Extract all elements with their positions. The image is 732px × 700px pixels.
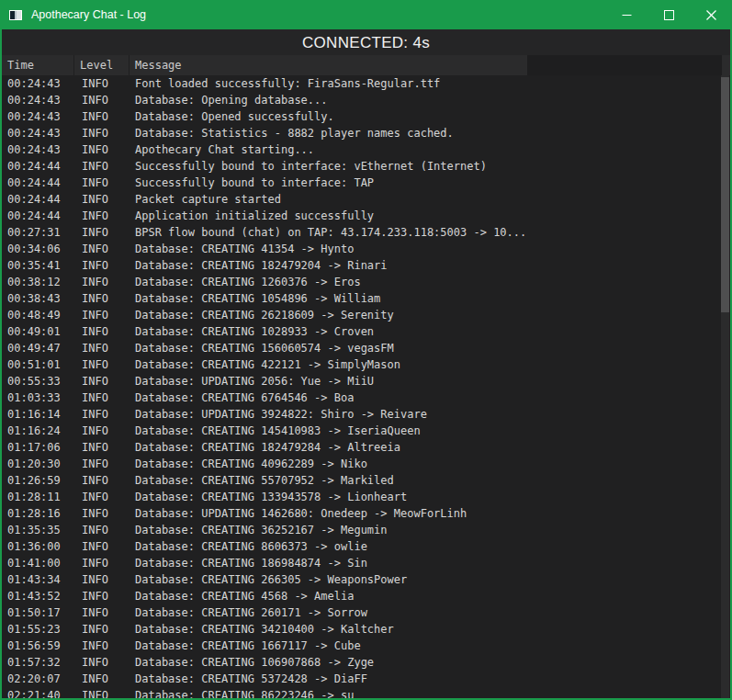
log-level: INFO [74, 472, 130, 489]
log-level: INFO [74, 621, 130, 638]
column-header-message[interactable]: Message [130, 55, 527, 75]
log-row[interactable]: 01:20:30 INFO Database: CREATING 4096228… [2, 456, 730, 472]
log-level: INFO [74, 687, 130, 698]
log-row[interactable]: 01:43:52 INFO Database: CREATING 4568 ->… [2, 588, 730, 604]
log-row[interactable]: 01:50:17 INFO Database: CREATING 260171 … [2, 604, 730, 621]
maximize-icon[interactable] [648, 0, 690, 29]
log-message: Database: Statistics - 8882 player names… [130, 125, 527, 141]
log-row[interactable]: 01:03:33 INFO Database: CREATING 6764546… [2, 390, 730, 406]
log-row[interactable]: 01:16:14 INFO Database: UPDATING 3924822… [2, 406, 730, 423]
log-row[interactable]: 00:55:33 INFO Database: UPDATING 2056: Y… [2, 373, 730, 390]
log-time: 00:24:43 [2, 92, 74, 108]
log-message: Database: CREATING 186984874 -> Sin [130, 555, 527, 571]
log-message: Successfully bound to interface: vEthern… [130, 158, 527, 175]
log-row[interactable]: 00:24:43 INFO Database: Opened successfu… [2, 108, 730, 125]
log-level: INFO [74, 257, 130, 274]
log-row[interactable]: 00:24:44 INFO Successfully bound to inte… [2, 158, 730, 175]
log-row[interactable]: 02:21:40 INFO Database: CREATING 8622324… [2, 687, 730, 698]
log-level: INFO [74, 224, 130, 241]
log-row[interactable]: 01:41:00 INFO Database: CREATING 1869848… [2, 555, 730, 571]
log-time: 00:38:12 [2, 274, 74, 290]
log-message: Database: CREATING 1260376 -> Eros [130, 274, 527, 290]
log-message: Database: CREATING 133943578 -> Lionhear… [130, 489, 527, 505]
log-message: Database: CREATING 106907868 -> Zyge [130, 654, 527, 671]
close-icon[interactable] [690, 0, 732, 29]
app-window: Apothecary Chat - Log CONNECTED: 4s Time… [0, 0, 732, 700]
log-level: INFO [74, 274, 130, 290]
log-row[interactable]: 00:51:01 INFO Database: CREATING 422121 … [2, 356, 730, 373]
log-row[interactable]: 00:24:43 INFO Database: Opening database… [2, 92, 730, 108]
log-level: INFO [74, 175, 130, 191]
column-header-level[interactable]: Level [74, 55, 130, 75]
column-header-time[interactable]: Time [2, 55, 74, 75]
log-level: INFO [74, 538, 130, 555]
log-time: 01:16:24 [2, 423, 74, 439]
log-message: Packet capture started [130, 191, 527, 208]
log-message: Database: CREATING 145410983 -> IseriaQu… [130, 423, 527, 439]
log-level: INFO [74, 92, 130, 108]
log-level: INFO [74, 373, 130, 390]
log-time: 01:56:59 [2, 638, 74, 654]
log-row[interactable]: 00:49:01 INFO Database: CREATING 1028933… [2, 323, 730, 340]
log-time: 01:50:17 [2, 604, 74, 621]
log-row[interactable]: 00:38:12 INFO Database: CREATING 1260376… [2, 274, 730, 290]
log-level: INFO [74, 208, 130, 224]
log-time: 00:27:31 [2, 224, 74, 241]
column-header-filler [527, 55, 722, 75]
log-row[interactable]: 01:16:24 INFO Database: CREATING 1454109… [2, 423, 730, 439]
log-time: 00:49:47 [2, 340, 74, 356]
vertical-scrollbar[interactable] [721, 75, 729, 698]
log-message: Database: UPDATING 3924822: Shiro -> Rei… [130, 406, 527, 423]
log-row[interactable]: 01:28:11 INFO Database: CREATING 1339435… [2, 489, 730, 505]
log-row[interactable]: 01:17:06 INFO Database: CREATING 1824792… [2, 439, 730, 456]
log-level: INFO [74, 588, 130, 604]
log-row[interactable]: 00:24:44 INFO Application initialized su… [2, 208, 730, 224]
log-row[interactable]: 00:24:43 INFO Apothecary Chat starting..… [2, 141, 730, 158]
log-level: INFO [74, 125, 130, 141]
titlebar[interactable]: Apothecary Chat - Log [0, 0, 732, 29]
log-time: 01:55:23 [2, 621, 74, 638]
log-level: INFO [74, 505, 130, 522]
log-row[interactable]: 00:48:49 INFO Database: CREATING 2621860… [2, 307, 730, 323]
log-message: Database: CREATING 34210400 -> Kaltcher [130, 621, 527, 638]
minimize-icon[interactable] [605, 0, 648, 29]
log-row[interactable]: 01:35:35 INFO Database: CREATING 3625216… [2, 522, 730, 538]
log-row[interactable]: 01:56:59 INFO Database: CREATING 1667117… [2, 638, 730, 654]
log-rows: 00:24:43 INFO Font loaded successfully: … [2, 75, 730, 698]
log-row[interactable]: 00:24:44 INFO Successfully bound to inte… [2, 175, 730, 191]
log-message: Database: CREATING 6764546 -> Boa [130, 390, 527, 406]
log-message: Database: CREATING 1028933 -> Croven [130, 323, 527, 340]
log-row[interactable]: 01:55:23 INFO Database: CREATING 3421040… [2, 621, 730, 638]
log-message: Database: CREATING 86223246 -> su [130, 687, 527, 698]
log-time: 00:51:01 [2, 356, 74, 373]
log-time: 01:36:00 [2, 538, 74, 555]
log-row[interactable]: 02:20:07 INFO Database: CREATING 5372428… [2, 671, 730, 687]
log-time: 00:49:01 [2, 323, 74, 340]
log-time: 00:24:44 [2, 175, 74, 191]
log-row[interactable]: 00:35:41 INFO Database: CREATING 1824792… [2, 257, 730, 274]
log-level: INFO [74, 340, 130, 356]
log-row[interactable]: 01:36:00 INFO Database: CREATING 8606373… [2, 538, 730, 555]
log-time: 00:48:49 [2, 307, 74, 323]
log-row[interactable]: 00:24:43 INFO Font loaded successfully: … [2, 75, 730, 92]
log-message: Database: CREATING 40962289 -> Niko [130, 456, 527, 472]
log-message: Application initialized successfully [130, 208, 527, 224]
log-level: INFO [74, 108, 130, 125]
log-row[interactable]: 00:24:43 INFO Database: Statistics - 888… [2, 125, 730, 141]
log-row[interactable]: 01:26:59 INFO Database: CREATING 5570795… [2, 472, 730, 489]
log-row[interactable]: 01:28:16 INFO Database: UPDATING 1462680… [2, 505, 730, 522]
log-time: 00:38:43 [2, 290, 74, 307]
log-row[interactable]: 00:24:44 INFO Packet capture started [2, 191, 730, 208]
log-row[interactable]: 01:57:32 INFO Database: CREATING 1069078… [2, 654, 730, 671]
log-row[interactable]: 00:38:43 INFO Database: CREATING 1054896… [2, 290, 730, 307]
log-list[interactable]: 00:24:43 INFO Font loaded successfully: … [2, 75, 730, 698]
log-row[interactable]: 00:49:47 INFO Database: CREATING 1560605… [2, 340, 730, 356]
log-row[interactable]: 00:27:31 INFO BPSR flow bound (chat) on … [2, 224, 730, 241]
scrollbar-thumb[interactable] [721, 77, 729, 312]
log-time: 00:34:06 [2, 241, 74, 257]
connection-status: CONNECTED: 4s [2, 29, 730, 55]
log-level: INFO [74, 555, 130, 571]
log-row[interactable]: 00:34:06 INFO Database: CREATING 41354 -… [2, 241, 730, 257]
log-time: 01:41:00 [2, 555, 74, 571]
log-row[interactable]: 01:43:34 INFO Database: CREATING 266305 … [2, 571, 730, 588]
